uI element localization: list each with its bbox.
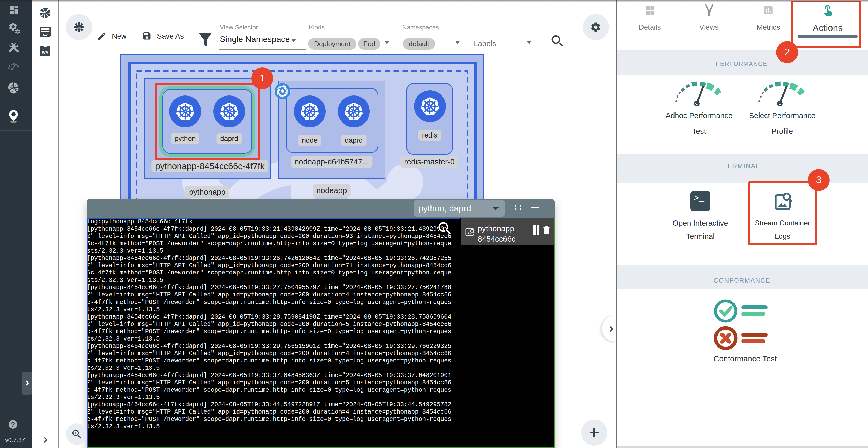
svg-text:WA: WA — [42, 50, 49, 55]
